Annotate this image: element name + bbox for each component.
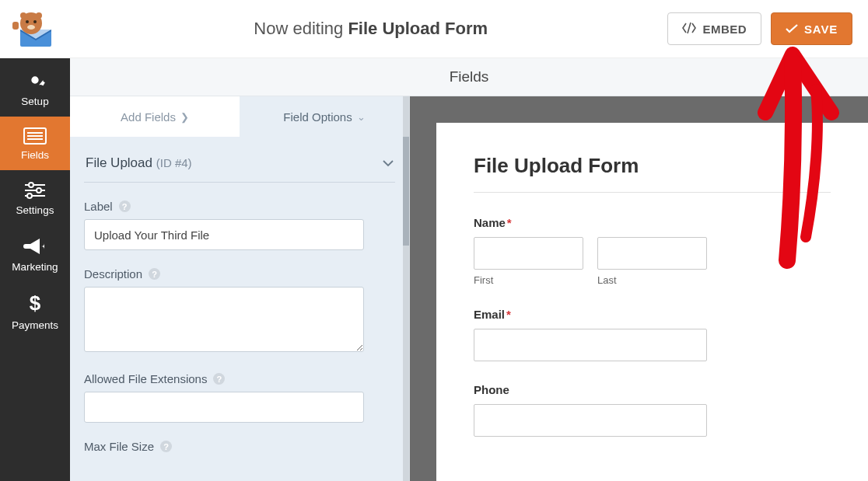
sidebar-item-fields[interactable]: Fields	[0, 117, 70, 170]
sidebar-item-label: Fields	[3, 149, 67, 161]
tab-add-fields[interactable]: Add Fields ❯	[70, 96, 240, 137]
allowed-ext-label: Allowed File Extensions ?	[84, 372, 395, 385]
last-sublabel: Last	[597, 274, 707, 286]
help-icon[interactable]: ?	[160, 441, 172, 452]
required-marker: *	[506, 308, 511, 321]
editing-prefix: Now editing	[254, 19, 343, 38]
preview-field-email[interactable]: Email*	[474, 308, 831, 361]
dollar-icon: $	[3, 293, 67, 315]
workspace: Fields Add Fields ❯ Field Options ⌄	[70, 58, 868, 481]
svg-point-15	[29, 183, 33, 187]
svg-rect-9	[12, 22, 19, 30]
preview-field-name[interactable]: Name* First Last	[474, 216, 831, 286]
field-label: Email*	[474, 308, 831, 321]
section-title: Fields	[70, 58, 868, 96]
sidebar-item-label: Setup	[3, 96, 67, 107]
embed-button[interactable]: EMBED	[667, 12, 761, 45]
editing-form-name: File Upload Form	[348, 19, 488, 38]
last-name-input[interactable]	[597, 237, 707, 270]
chevron-right-icon: ❯	[180, 111, 189, 123]
tab-field-options[interactable]: Field Options ⌄	[240, 96, 409, 137]
panel-scrollbar[interactable]	[403, 96, 409, 481]
svg-point-8	[36, 12, 42, 19]
sidebar-item-setup[interactable]: Setup	[0, 58, 70, 117]
form-title: File Upload Form	[474, 154, 831, 178]
svg-point-19	[27, 193, 32, 198]
tab-label: Field Options	[283, 110, 352, 124]
help-icon[interactable]: ?	[119, 200, 131, 212]
preview-field-phone[interactable]: Phone	[474, 383, 831, 437]
required-marker: *	[507, 216, 512, 229]
svg-point-7	[20, 12, 26, 19]
email-input[interactable]	[474, 329, 707, 361]
max-size-label: Max File Size ?	[84, 440, 395, 453]
app-logo	[8, 8, 74, 51]
header-actions: EMBED SAVE	[667, 12, 852, 45]
svg-text:$: $	[30, 293, 41, 315]
save-label: SAVE	[804, 23, 838, 36]
form-preview-wrap: File Upload Form Name* First	[410, 96, 868, 481]
panel-tabs: Add Fields ❯ Field Options ⌄	[70, 96, 409, 137]
editing-title: Now editing File Upload Form	[74, 19, 667, 39]
chevron-down-icon: ⌄	[357, 111, 366, 123]
first-name-input[interactable]	[474, 237, 583, 270]
megaphone-icon	[3, 236, 67, 256]
description-label: Description ?	[84, 267, 395, 281]
help-icon[interactable]: ?	[213, 373, 225, 385]
sidebar-item-marketing[interactable]: Marketing	[0, 225, 70, 282]
sidebar-item-label: Settings	[3, 204, 67, 216]
svg-point-17	[37, 188, 41, 193]
form-preview: File Upload Form Name* First	[436, 123, 868, 481]
field-label: Phone	[474, 383, 831, 396]
field-label: Name*	[474, 216, 831, 229]
tab-label: Add Fields	[121, 110, 176, 124]
field-name: File Upload (ID #4)	[86, 155, 192, 171]
field-id: (ID #4)	[156, 156, 192, 169]
first-sublabel: First	[474, 274, 583, 286]
field-options-panel: Add Fields ❯ Field Options ⌄ File Upload…	[70, 96, 410, 481]
scrollbar-thumb[interactable]	[403, 137, 409, 246]
sidebar-item-settings[interactable]: Settings	[0, 170, 70, 225]
svg-point-4	[26, 20, 29, 23]
svg-point-6	[27, 25, 35, 30]
sidebar-item-label: Payments	[3, 319, 67, 331]
sliders-icon	[3, 181, 67, 200]
save-button[interactable]: SAVE	[771, 12, 852, 45]
chevron-down-icon	[383, 156, 394, 170]
field-header[interactable]: File Upload (ID #4)	[84, 137, 395, 183]
phone-input[interactable]	[474, 404, 707, 437]
sidebar: Setup Fields Settings Marketing $ Paymen…	[0, 58, 70, 481]
gear-icon	[3, 69, 67, 91]
sidebar-item-label: Marketing	[3, 261, 67, 273]
top-bar: Now editing File Upload Form EMBED SAVE	[0, 0, 868, 58]
sidebar-item-payments[interactable]: $ Payments	[0, 282, 70, 340]
help-icon[interactable]: ?	[149, 268, 160, 280]
code-icon	[682, 23, 696, 36]
label-label: Label ?	[84, 200, 395, 213]
allowed-ext-input[interactable]	[84, 392, 364, 423]
embed-label: EMBED	[702, 23, 747, 36]
list-icon	[3, 127, 67, 145]
divider	[474, 192, 831, 193]
svg-point-5	[33, 20, 37, 23]
check-icon	[786, 23, 798, 36]
description-input[interactable]	[84, 287, 364, 352]
label-input[interactable]	[84, 219, 364, 250]
